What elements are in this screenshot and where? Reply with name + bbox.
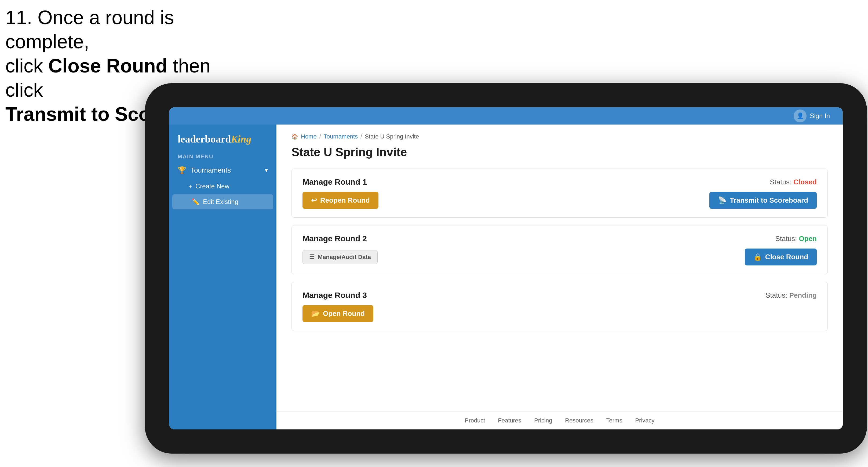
- plus-icon: +: [188, 183, 192, 190]
- instruction-bold1: Close Round: [48, 55, 167, 76]
- round-1-section: Manage Round 1 Status: Closed ↩ Reopen R…: [291, 168, 828, 218]
- user-avatar-icon: 👤: [794, 110, 807, 122]
- round-2-title: Manage Round 2: [303, 234, 367, 243]
- edit-icon: ✏️: [192, 198, 200, 206]
- sign-in-label[interactable]: Sign In: [810, 112, 830, 120]
- home-icon: 🏠: [291, 133, 298, 140]
- top-bar: 👤 Sign In: [169, 107, 843, 125]
- footer-link-product[interactable]: Product: [465, 417, 485, 424]
- open-icon: 📂: [311, 309, 320, 318]
- manage-audit-button[interactable]: ☰ Manage/Audit Data: [303, 250, 378, 264]
- breadcrumb-home[interactable]: Home: [301, 133, 317, 140]
- sidebar-logo: leaderboardKing: [169, 125, 276, 151]
- app-layout: leaderboardKing MAIN MENU 🏆 Tournaments …: [169, 125, 843, 429]
- breadcrumb-current: State U Spring Invite: [365, 133, 419, 140]
- close-round-button[interactable]: 🔒 Close Round: [745, 249, 817, 266]
- main-content: 🏠 Home / Tournaments / State U Spring In…: [276, 125, 843, 411]
- open-round-button[interactable]: 📂 Open Round: [303, 305, 373, 322]
- breadcrumb: 🏠 Home / Tournaments / State U Spring In…: [291, 133, 828, 140]
- audit-icon: ☰: [309, 254, 315, 260]
- transmit-scoreboard-button[interactable]: 📡 Transmit to Scoreboard: [709, 192, 817, 209]
- sign-in-area[interactable]: 👤 Sign In: [794, 110, 830, 122]
- reopen-round-button[interactable]: ↩ Reopen Round: [303, 192, 378, 209]
- reopen-icon: ↩: [311, 196, 317, 205]
- logo-leaderboard: leaderboard: [178, 133, 231, 145]
- footer-link-privacy[interactable]: Privacy: [635, 417, 654, 424]
- round-3-section: Manage Round 3 Status: Pending 📂 Open Ro…: [291, 282, 828, 331]
- tournaments-icon: 🏆: [178, 166, 186, 175]
- close-round-label: Close Round: [765, 253, 808, 261]
- sidebar-item-tournaments[interactable]: 🏆 Tournaments ▾: [169, 162, 276, 179]
- audit-label: Manage/Audit Data: [318, 254, 371, 260]
- edit-existing-label: Edit Existing: [203, 198, 238, 206]
- transmit-label: Transmit to Scoreboard: [730, 196, 808, 205]
- tablet-screen: 👤 Sign In leaderboardKing MAIN MENU: [169, 107, 843, 429]
- round-3-title: Manage Round 3: [303, 291, 367, 300]
- tablet-shell: 👤 Sign In leaderboardKing MAIN MENU: [145, 83, 867, 454]
- round-3-status: Status: Pending: [766, 291, 817, 300]
- round-1-status: Status: Closed: [770, 178, 817, 186]
- content-wrapper: 🏠 Home / Tournaments / State U Spring In…: [276, 125, 843, 429]
- footer-link-features[interactable]: Features: [498, 417, 521, 424]
- reopen-label: Reopen Round: [320, 196, 370, 205]
- breadcrumb-tournaments[interactable]: Tournaments: [324, 133, 358, 140]
- round-3-status-value: Pending: [789, 291, 817, 299]
- sidebar-subitem-edit-existing[interactable]: ✏️ Edit Existing: [172, 194, 273, 209]
- footer: Product Features Pricing Resources Terms…: [276, 411, 843, 429]
- round-2-status-value: Open: [799, 235, 817, 243]
- sidebar: leaderboardKing MAIN MENU 🏆 Tournaments …: [169, 125, 276, 429]
- lock-icon: 🔒: [753, 253, 762, 261]
- logo-king: King: [231, 133, 251, 145]
- logo-text: leaderboardKing: [178, 133, 268, 145]
- footer-link-pricing[interactable]: Pricing: [534, 417, 552, 424]
- transmit-icon: 📡: [718, 196, 726, 205]
- chevron-down-icon: ▾: [265, 167, 268, 174]
- sidebar-subitem-create-new[interactable]: + Create New: [169, 179, 276, 194]
- round-1-title: Manage Round 1: [303, 178, 367, 187]
- open-round-label: Open Round: [323, 309, 365, 318]
- page-title: State U Spring Invite: [291, 146, 828, 159]
- round-2-section: Manage Round 2 Status: Open ☰ Manage/Aud…: [291, 225, 828, 274]
- sidebar-section-label: MAIN MENU: [169, 151, 276, 162]
- round-2-status: Status: Open: [775, 235, 817, 243]
- round-1-status-value: Closed: [794, 178, 817, 186]
- footer-link-terms[interactable]: Terms: [606, 417, 622, 424]
- create-new-label: Create New: [195, 183, 229, 190]
- tournaments-label: Tournaments: [191, 166, 231, 175]
- footer-link-resources[interactable]: Resources: [565, 417, 593, 424]
- instruction-line1: 11. Once a round is complete,: [5, 7, 174, 52]
